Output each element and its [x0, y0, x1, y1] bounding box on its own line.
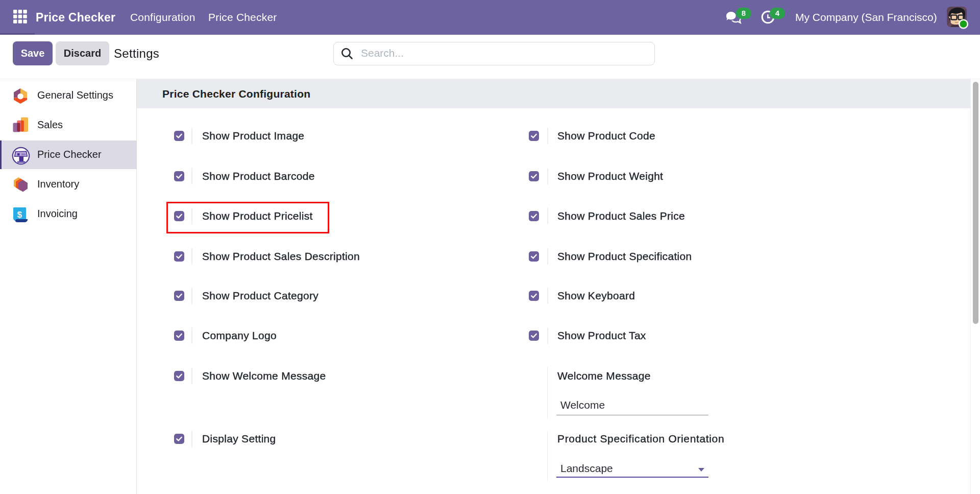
svg-text:$: $ — [17, 210, 22, 220]
